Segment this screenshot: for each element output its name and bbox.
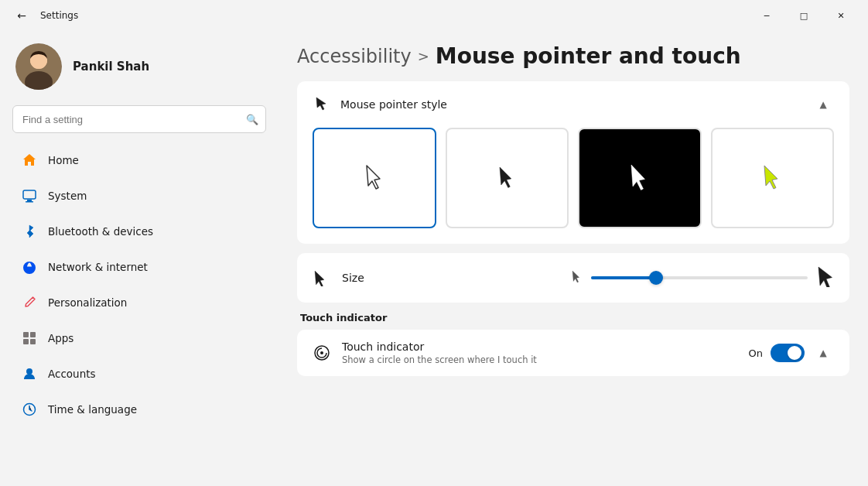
- sidebar-item-label: Accounts: [48, 368, 96, 380]
- touch-indicator-text: Touch indicator Show a circle on the scr…: [342, 341, 738, 365]
- svg-rect-9: [23, 339, 29, 344]
- sidebar-item-time[interactable]: Time & language: [6, 392, 272, 426]
- apps-icon: [22, 330, 37, 346]
- collapse-button[interactable]: ▲: [812, 94, 834, 115]
- size-slider[interactable]: [591, 276, 808, 279]
- svg-rect-6: [26, 201, 33, 203]
- pointer-style-icon: [313, 96, 330, 113]
- breadcrumb: Accessibility > Mouse pointer and touch: [297, 43, 849, 69]
- titlebar: ← Settings ─ □ ✕: [0, 0, 868, 31]
- minimize-button[interactable]: ─: [749, 3, 784, 28]
- network-icon: [22, 259, 37, 275]
- maximize-button[interactable]: □: [786, 3, 822, 28]
- sidebar-item-label: Bluetooth & devices: [48, 225, 153, 238]
- sidebar-item-label: Personalization: [48, 296, 127, 309]
- accounts-icon: [22, 366, 37, 382]
- sidebar-item-bluetooth[interactable]: Bluetooth & devices: [6, 214, 272, 248]
- sidebar-item-label: Apps: [48, 332, 73, 344]
- svg-rect-8: [30, 332, 36, 337]
- user-profile[interactable]: Pankil Shah: [0, 31, 279, 105]
- touch-indicator-controls: On ▲: [749, 342, 834, 364]
- svg-rect-4: [23, 190, 36, 199]
- sidebar-item-accounts[interactable]: Accounts: [6, 357, 272, 391]
- svg-rect-10: [30, 339, 36, 344]
- page-title: Mouse pointer and touch: [436, 43, 741, 69]
- sidebar-item-label: System: [48, 190, 87, 202]
- pointer-style-header: Mouse pointer style ▲: [297, 81, 849, 128]
- home-icon: [22, 152, 37, 168]
- touch-indicator-card: Touch indicator Show a circle on the scr…: [297, 330, 849, 376]
- sidebar-item-label: Home: [48, 154, 79, 166]
- touch-indicator-icon: [313, 344, 331, 362]
- toggle-thumb: [788, 346, 801, 360]
- touch-indicator-toggle[interactable]: [771, 344, 805, 362]
- user-name: Pankil Shah: [73, 60, 149, 74]
- pointer-option-black[interactable]: [446, 128, 569, 228]
- sidebar-item-home[interactable]: Home: [6, 143, 272, 177]
- touch-indicator-subtitle: Show a circle on the screen where I touc…: [342, 354, 738, 365]
- avatar: [15, 43, 62, 90]
- sidebar-item-personalization[interactable]: Personalization: [6, 286, 272, 320]
- sidebar-item-system[interactable]: System: [6, 179, 272, 213]
- main-content: Accessibility > Mouse pointer and touch …: [279, 31, 868, 486]
- svg-rect-5: [27, 200, 32, 201]
- touch-indicator-section-header: Touch indicator: [300, 312, 846, 323]
- pointer-options-grid: [297, 128, 849, 244]
- size-label: Size: [342, 272, 364, 284]
- breadcrumb-separator: >: [418, 48, 429, 64]
- pointer-option-white[interactable]: [313, 128, 436, 228]
- pointer-option-inverted[interactable]: [578, 128, 702, 228]
- breadcrumb-parent[interactable]: Accessibility: [297, 46, 412, 67]
- sidebar-item-network[interactable]: Network & internet: [6, 250, 272, 284]
- size-card: Size: [297, 253, 849, 303]
- search-input[interactable]: [12, 105, 266, 133]
- size-small-icon: [571, 269, 582, 286]
- sidebar: Pankil Shah 🔍 Home System Bluetooth & de…: [0, 31, 279, 486]
- svg-point-14: [320, 351, 323, 354]
- close-button[interactable]: ✕: [823, 3, 859, 28]
- system-icon: [22, 188, 37, 204]
- size-large-icon: [817, 265, 834, 290]
- pointer-style-card: Mouse pointer style ▲: [297, 81, 849, 244]
- sidebar-item-label: Time & language: [48, 403, 137, 416]
- touch-indicator-title: Touch indicator: [342, 341, 738, 353]
- app-title: Settings: [40, 10, 78, 21]
- size-slider-wrap: [377, 265, 834, 290]
- bluetooth-icon: [22, 224, 37, 239]
- size-cursor-icon: [313, 269, 330, 286]
- back-button[interactable]: ←: [9, 3, 34, 28]
- touch-state-label: On: [749, 347, 763, 359]
- time-icon: [22, 402, 37, 417]
- svg-point-11: [26, 368, 32, 375]
- touch-indicator-expand[interactable]: ▲: [812, 342, 834, 364]
- svg-rect-7: [23, 332, 29, 337]
- personalization-icon: [22, 295, 37, 310]
- pointer-style-title: Mouse pointer style: [340, 98, 447, 111]
- search-container: 🔍: [12, 105, 266, 133]
- sidebar-item-label: Network & internet: [48, 261, 148, 273]
- window-controls: ─ □ ✕: [749, 3, 859, 28]
- sidebar-item-apps[interactable]: Apps: [6, 321, 272, 355]
- pointer-option-custom[interactable]: [711, 128, 835, 228]
- touch-indicator-row: Touch indicator Show a circle on the scr…: [297, 330, 849, 376]
